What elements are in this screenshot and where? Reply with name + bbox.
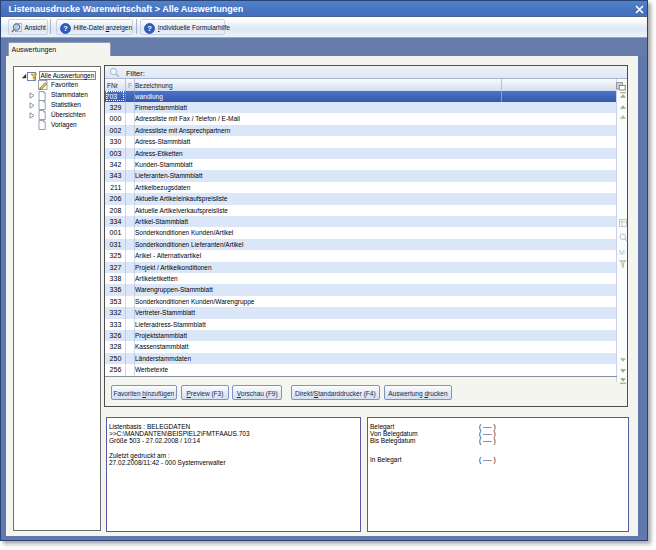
svg-text:?: ? xyxy=(147,24,152,33)
svg-text:M: M xyxy=(619,249,625,256)
svg-text:?: ? xyxy=(63,24,68,33)
